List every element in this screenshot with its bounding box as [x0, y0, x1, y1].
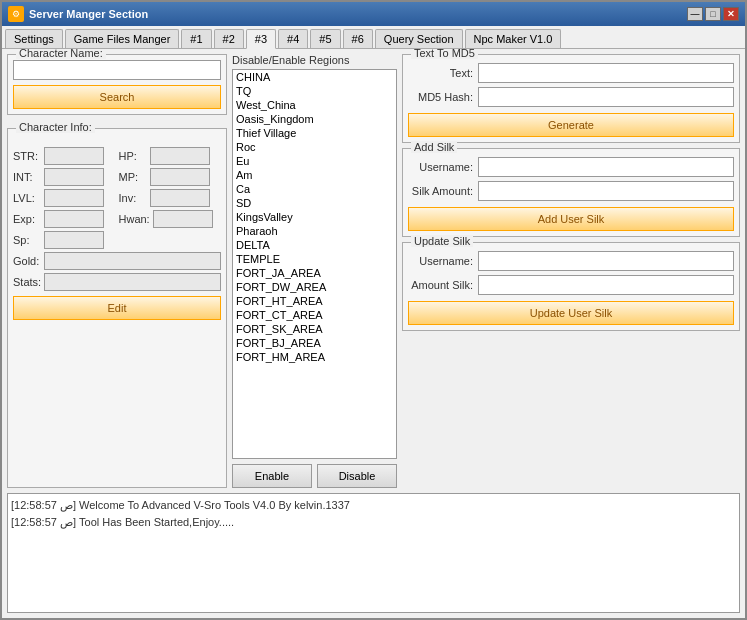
char-name-group: Character Name: Search — [7, 54, 227, 115]
window-bottom: [12:58:57 ص] Welcome To Advanced V-Sro T… — [2, 493, 745, 618]
close-button[interactable]: ✕ — [723, 7, 739, 21]
char-info-group: Character Info: STR: HP: INT: — [7, 128, 227, 488]
mp-input[interactable] — [150, 168, 210, 186]
minimize-button[interactable]: — — [687, 7, 703, 21]
add-silk-title: Add Silk — [411, 141, 457, 153]
inv-label: Inv: — [119, 192, 147, 204]
edit-button[interactable]: Edit — [13, 296, 221, 320]
maximize-button[interactable]: □ — [705, 7, 721, 21]
inv-row: Inv: — [119, 189, 222, 207]
add-username-label: Username: — [408, 161, 473, 173]
update-user-silk-button[interactable]: Update User Silk — [408, 301, 734, 325]
update-username-row: Username: — [408, 251, 734, 271]
lvl-input[interactable] — [44, 189, 104, 207]
text-label: Text: — [408, 67, 473, 79]
right-panel: Text To MD5 Text: MD5 Hash: Generate Add… — [402, 54, 740, 488]
window-title: Server Manger Section — [29, 8, 148, 20]
list-item[interactable]: FORT_CT_AREA — [233, 308, 396, 322]
regions-list[interactable]: CHINATQWest_ChinaOasis_KingdomThief Vill… — [232, 69, 397, 459]
char-info-title: Character Info: — [16, 121, 95, 133]
add-username-input[interactable] — [478, 157, 734, 177]
add-user-silk-button[interactable]: Add User Silk — [408, 207, 734, 231]
tab-2[interactable]: #2 — [214, 29, 244, 48]
list-item[interactable]: Thief Village — [233, 126, 396, 140]
title-bar: ⚙ Server Manger Section — □ ✕ — [2, 2, 745, 26]
list-item[interactable]: Roc — [233, 140, 396, 154]
md5-hash-row: MD5 Hash: — [408, 87, 734, 107]
exp-input[interactable] — [44, 210, 104, 228]
sp-label: Sp: — [13, 234, 41, 246]
app-icon: ⚙ — [8, 6, 24, 22]
silk-amount-input[interactable] — [478, 181, 734, 201]
sp-row: Sp: — [13, 231, 221, 249]
enable-button[interactable]: Enable — [232, 464, 312, 488]
tab-3[interactable]: #3 — [246, 29, 276, 49]
generate-button[interactable]: Generate — [408, 113, 734, 137]
tab-6[interactable]: #6 — [343, 29, 373, 48]
list-item[interactable]: West_China — [233, 98, 396, 112]
gold-row: Gold: — [13, 252, 221, 270]
lvl-row: LVL: — [13, 189, 116, 207]
stats-label: Stats: — [13, 276, 41, 288]
tab-1[interactable]: #1 — [181, 29, 211, 48]
md5-hash-input[interactable] — [478, 87, 734, 107]
list-item[interactable]: DELTA — [233, 238, 396, 252]
log-area: [12:58:57 ص] Welcome To Advanced V-Sro T… — [7, 493, 740, 613]
str-row: STR: — [13, 147, 116, 165]
list-item[interactable]: FORT_SK_AREA — [233, 322, 396, 336]
silk-amount-label: Silk Amount: — [408, 185, 473, 197]
tab-5[interactable]: #5 — [310, 29, 340, 48]
list-item[interactable]: Am — [233, 168, 396, 182]
gold-label: Gold: — [13, 255, 41, 267]
char-name-input[interactable] — [13, 60, 221, 80]
list-item[interactable]: FORT_HT_AREA — [233, 294, 396, 308]
title-bar-left: ⚙ Server Manger Section — [8, 6, 148, 22]
text-to-md5-title: Text To MD5 — [411, 49, 478, 59]
window-controls: — □ ✕ — [687, 7, 739, 21]
lvl-label: LVL: — [13, 192, 41, 204]
disable-button[interactable]: Disable — [317, 464, 397, 488]
hp-row: HP: — [119, 147, 222, 165]
stats-input[interactable] — [44, 273, 221, 291]
text-input[interactable] — [478, 63, 734, 83]
tab-game-files[interactable]: Game Files Manger — [65, 29, 180, 48]
amount-silk-input[interactable] — [478, 275, 734, 295]
update-silk-title: Update Silk — [411, 235, 473, 247]
int-input[interactable] — [44, 168, 104, 186]
int-row: INT: — [13, 168, 116, 186]
hwan-label: Hwan: — [119, 213, 150, 225]
list-item[interactable]: Pharaoh — [233, 224, 396, 238]
list-item[interactable]: Oasis_Kingdom — [233, 112, 396, 126]
tab-4[interactable]: #4 — [278, 29, 308, 48]
mp-label: MP: — [119, 171, 147, 183]
hwan-input[interactable] — [153, 210, 213, 228]
tab-npc-maker[interactable]: Npc Maker V1.0 — [465, 29, 562, 48]
list-item[interactable]: TEMPLE — [233, 252, 396, 266]
hp-input[interactable] — [150, 147, 210, 165]
list-item[interactable]: Eu — [233, 154, 396, 168]
tab-query-section[interactable]: Query Section — [375, 29, 463, 48]
amount-silk-row: Amount Silk: — [408, 275, 734, 295]
list-item[interactable]: CHINA — [233, 70, 396, 84]
search-button[interactable]: Search — [13, 85, 221, 109]
str-input[interactable] — [44, 147, 104, 165]
list-item[interactable]: FORT_JA_AREA — [233, 266, 396, 280]
stats-row: Stats: — [13, 273, 221, 291]
list-item[interactable]: FORT_BJ_AREA — [233, 336, 396, 350]
tab-bar: Settings Game Files Manger #1 #2 #3 #4 #… — [2, 26, 745, 49]
list-item[interactable]: FORT_DW_AREA — [233, 280, 396, 294]
main-window: ⚙ Server Manger Section — □ ✕ Settings G… — [0, 0, 747, 620]
list-item[interactable]: KingsValley — [233, 210, 396, 224]
update-username-input[interactable] — [478, 251, 734, 271]
gold-input[interactable] — [44, 252, 221, 270]
tab-settings[interactable]: Settings — [5, 29, 63, 48]
left-panel: Character Name: Search Character Info: S… — [7, 54, 227, 488]
add-username-row: Username: — [408, 157, 734, 177]
char-info-grid: STR: HP: INT: MP: — [13, 147, 221, 228]
sp-input[interactable] — [44, 231, 104, 249]
list-item[interactable]: SD — [233, 196, 396, 210]
list-item[interactable]: Ca — [233, 182, 396, 196]
list-item[interactable]: TQ — [233, 84, 396, 98]
inv-input[interactable] — [150, 189, 210, 207]
list-item[interactable]: FORT_HM_AREA — [233, 350, 396, 364]
